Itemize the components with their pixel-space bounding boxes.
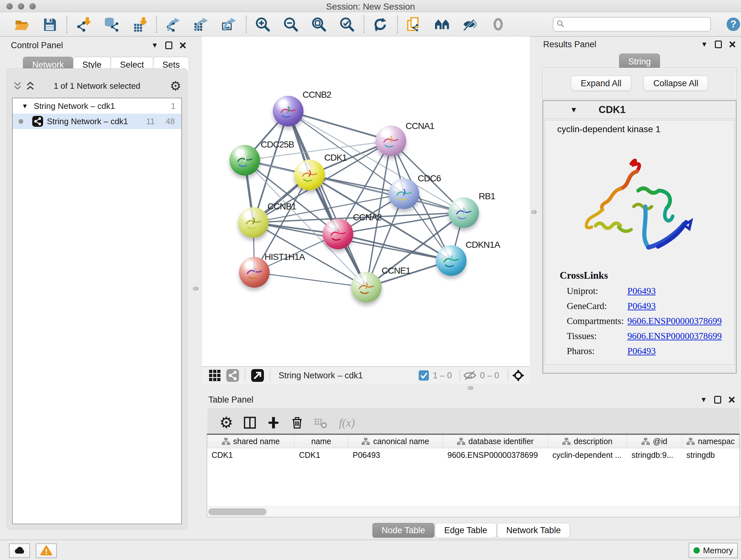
save-session-button[interactable] [42, 17, 57, 32]
search-input[interactable] [553, 17, 711, 32]
network-node-CDC6[interactable] [389, 179, 419, 209]
delete-table-icon[interactable] [313, 415, 328, 430]
table-cell[interactable]: stringdb [682, 448, 739, 462]
horizontal-splitter[interactable] [202, 384, 530, 392]
network-node-CCNB1[interactable] [238, 207, 269, 238]
hidden-eye-icon[interactable] [463, 369, 476, 382]
hide-panels-button[interactable] [462, 17, 478, 32]
import-network-button[interactable] [76, 17, 91, 32]
network-canvas[interactable]: CCNB2CCNA1CDC25BCDK1CDC6RB1CCNB1CCNA2CDK… [202, 37, 530, 366]
panel-menu-icon[interactable]: ▼ [701, 41, 708, 48]
collapse-triangle-icon[interactable]: ▼ [22, 103, 28, 110]
memory-button[interactable]: Memory [689, 543, 738, 558]
column-type-icon [361, 437, 370, 446]
show-columns-icon[interactable] [243, 415, 257, 430]
tab-edge-table[interactable]: Edge Table [435, 523, 496, 538]
function-builder-icon[interactable]: f(x) [339, 416, 355, 429]
protein-thumbnail [442, 252, 461, 271]
panel-float-icon[interactable] [714, 396, 721, 403]
panel-menu-icon[interactable]: ▼ [151, 42, 158, 49]
tab-network-table[interactable]: Network Table [497, 523, 570, 538]
zoom-out-button[interactable] [283, 17, 298, 32]
export-table-button[interactable] [193, 17, 209, 32]
table-row[interactable]: CDK1CDK1P064939606.ENSP00000378699cyclin… [207, 448, 739, 462]
zoom-in-button[interactable] [255, 17, 270, 32]
table-cell[interactable]: CDK1 [294, 448, 348, 462]
table-cell[interactable]: cyclin-dependent ... [548, 448, 627, 462]
zoom-fit-button[interactable] [311, 17, 327, 32]
help-button[interactable]: ? [726, 17, 741, 32]
panel-menu-icon[interactable]: ▼ [700, 396, 707, 403]
network-badge-icon[interactable] [226, 369, 239, 382]
network-node-CCNA1[interactable] [376, 125, 406, 156]
splitter-handle[interactable] [193, 287, 199, 291]
network-overview-button[interactable] [434, 17, 450, 32]
crosslink-link[interactable]: P06493 [627, 286, 656, 296]
column-header-name[interactable]: name [294, 435, 348, 448]
panel-close-icon[interactable]: × [729, 40, 736, 49]
panel-close-icon[interactable]: × [728, 395, 735, 405]
network-node-CDKN1A[interactable] [436, 245, 467, 276]
export-image-button[interactable] [221, 17, 237, 32]
warnings-button[interactable] [36, 543, 57, 558]
panel-float-icon[interactable] [715, 41, 722, 48]
network-row-selected[interactable]: String Network – cdk1 11 48 [13, 114, 181, 129]
right-splitter[interactable] [530, 37, 538, 392]
selected-checkbox-icon[interactable] [419, 370, 429, 381]
column-header-database-identifier[interactable]: database identifier [443, 435, 548, 448]
left-splitter[interactable] [191, 37, 202, 540]
crosslink-link[interactable]: P06493 [627, 301, 656, 311]
refresh-view-button[interactable] [373, 17, 388, 32]
delete-column-icon[interactable] [290, 415, 305, 430]
panel-float-icon[interactable] [165, 42, 172, 49]
crosslink-row: Uniprot:P06493 [560, 286, 722, 296]
add-column-icon[interactable] [266, 415, 281, 430]
gene-header-row[interactable]: ▼ CDK1 [543, 101, 736, 119]
column-header-canonical-name[interactable]: canonical name [348, 435, 443, 448]
scrollbar-thumb[interactable] [208, 508, 266, 515]
column-header-namespac[interactable]: namespac [682, 435, 739, 448]
gear-icon[interactable]: ⚙ [170, 79, 181, 92]
crosslink-label: GeneCard: [567, 301, 627, 311]
cloud-button[interactable] [9, 543, 30, 558]
grid-view-icon[interactable] [208, 369, 221, 382]
collapse-all-button[interactable]: Collapse All [643, 76, 708, 91]
network-collection-row[interactable]: ▼ String Network – cdk1 1 [13, 98, 181, 114]
network-node-CCNB2[interactable] [273, 96, 304, 126]
table-cell[interactable]: 9606.ENSP00000378699 [443, 448, 548, 462]
open-file-button[interactable] [14, 17, 29, 32]
network-node-CDC25B[interactable] [229, 145, 260, 176]
tab-node-table[interactable]: Node Table [373, 523, 434, 538]
crosslink-link[interactable]: 9606.ENSP00000378699 [627, 331, 722, 341]
table-cell[interactable]: P06493 [348, 448, 443, 462]
table-gear-icon[interactable]: ⚙ [219, 415, 233, 430]
open-in-window-icon[interactable] [251, 369, 264, 382]
column-header-shared-name[interactable]: shared name [207, 435, 294, 448]
crosslink-link[interactable]: 9606.ENSP00000378699 [627, 316, 722, 326]
column-header-description[interactable]: description [548, 435, 627, 448]
fit-content-crosshair-icon[interactable] [512, 369, 525, 382]
clone-network-button[interactable] [406, 17, 421, 32]
tab-string[interactable]: String [619, 54, 660, 70]
network-node-RB1[interactable] [448, 197, 479, 228]
splitter-handle[interactable] [468, 386, 473, 390]
table-cell[interactable]: stringdb:9... [627, 448, 682, 462]
export-network-button[interactable] [165, 17, 181, 32]
horizontal-scrollbar[interactable] [207, 506, 739, 517]
crosslink-link[interactable]: P06493 [627, 346, 656, 356]
panel-close-icon[interactable]: × [179, 41, 186, 50]
table-cell[interactable]: CDK1 [207, 448, 294, 462]
import-table-button[interactable] [132, 17, 147, 32]
network-node-CCNE1[interactable] [351, 272, 382, 303]
splitter-handle[interactable] [531, 210, 537, 214]
network-node-CDK1[interactable] [294, 160, 325, 190]
expand-all-button[interactable]: Expand All [571, 76, 631, 91]
clone-network-icon [407, 17, 421, 32]
show-panel-button[interactable] [490, 17, 506, 32]
column-type-icon [222, 437, 230, 446]
network-node-CCNA2[interactable] [323, 219, 353, 249]
collapse-triangle-icon[interactable]: ▼ [570, 105, 578, 114]
import-database-button[interactable] [104, 17, 119, 32]
column-header-@id[interactable]: @id [627, 435, 682, 448]
zoom-selected-button[interactable] [339, 17, 354, 32]
